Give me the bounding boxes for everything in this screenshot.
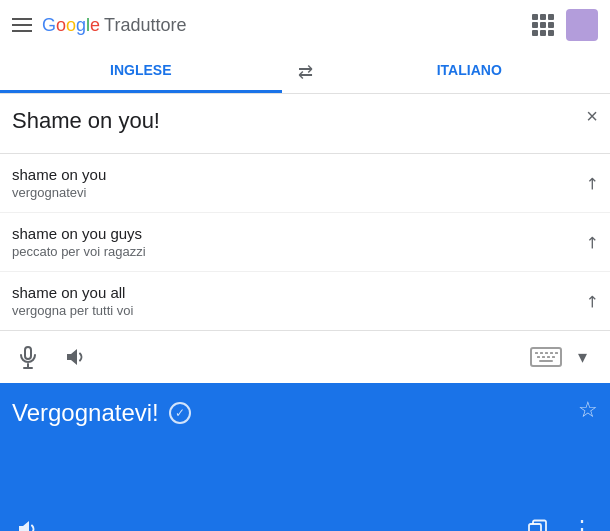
result-area: Vergognatevi! ✓ ☆ bbox=[0, 383, 610, 503]
suggestion-main: shame on you bbox=[12, 166, 106, 183]
app-name: Traduttore bbox=[104, 15, 186, 36]
svg-rect-9 bbox=[555, 352, 558, 354]
keyboard-button[interactable] bbox=[530, 341, 562, 373]
logo-g: G bbox=[42, 15, 56, 36]
result-speaker-button[interactable] bbox=[12, 513, 44, 531]
favorite-button[interactable]: ☆ bbox=[578, 397, 598, 423]
suggestion-sub: peccato per voi ragazzi bbox=[12, 244, 146, 259]
verified-badge: ✓ bbox=[169, 402, 191, 424]
header-right bbox=[532, 9, 598, 41]
header-left: Google Traduttore bbox=[12, 15, 186, 36]
result-text: Vergognatevi! ✓ bbox=[12, 399, 598, 427]
svg-rect-7 bbox=[545, 352, 548, 354]
swap-icon: ⇄ bbox=[298, 61, 313, 83]
more-options-button[interactable]: ⋮ bbox=[566, 513, 598, 531]
microphone-button[interactable] bbox=[12, 341, 44, 373]
suggestion-sub: vergogna per tutti voi bbox=[12, 303, 133, 318]
suggestion-content: shame on you all vergogna per tutti voi bbox=[12, 284, 133, 318]
toolbar-left bbox=[12, 341, 92, 373]
svg-rect-13 bbox=[552, 356, 555, 358]
chevron-down-icon[interactable]: ▾ bbox=[566, 341, 598, 373]
svg-rect-10 bbox=[537, 356, 540, 358]
suggestion-main: shame on you guys bbox=[12, 225, 146, 242]
svg-marker-15 bbox=[19, 521, 29, 531]
logo-g2: g bbox=[76, 15, 86, 36]
svg-rect-5 bbox=[535, 352, 538, 354]
swap-languages-button[interactable]: ⇄ bbox=[282, 61, 329, 83]
svg-rect-12 bbox=[547, 356, 550, 358]
toolbar-right: ▾ bbox=[530, 341, 598, 373]
source-toolbar: ▾ bbox=[0, 331, 610, 383]
copy-button[interactable] bbox=[522, 513, 554, 531]
input-text[interactable]: Shame on you! bbox=[12, 106, 570, 137]
google-logo: Google Traduttore bbox=[42, 15, 186, 36]
apps-icon[interactable] bbox=[532, 14, 554, 36]
svg-rect-14 bbox=[539, 360, 553, 362]
svg-rect-16 bbox=[529, 524, 541, 531]
speaker-button[interactable] bbox=[60, 341, 92, 373]
svg-rect-11 bbox=[542, 356, 545, 358]
language-bar: INGLESE ⇄ ITALIANO bbox=[0, 50, 610, 94]
target-language-button[interactable]: ITALIANO bbox=[329, 50, 611, 93]
suggestion-item[interactable]: shame on you guys peccato per voi ragazz… bbox=[0, 213, 610, 272]
result-toolbar: ⋮ bbox=[0, 503, 610, 531]
svg-rect-6 bbox=[540, 352, 543, 354]
svg-rect-8 bbox=[550, 352, 553, 354]
result-toolbar-right: ⋮ bbox=[522, 513, 598, 531]
logo-o1: o bbox=[56, 15, 66, 36]
hamburger-icon[interactable] bbox=[12, 18, 32, 32]
suggestion-sub: vergognatevi bbox=[12, 185, 106, 200]
svg-marker-3 bbox=[67, 349, 77, 365]
suggestion-arrow-icon: ↗ bbox=[580, 290, 603, 313]
source-language-button[interactable]: INGLESE bbox=[0, 50, 282, 93]
logo-o2: o bbox=[66, 15, 76, 36]
suggestion-item[interactable]: shame on you vergognatevi ↗ bbox=[0, 154, 610, 213]
clear-button[interactable]: × bbox=[586, 106, 598, 126]
input-area: Shame on you! × bbox=[0, 94, 610, 154]
translation-text: Vergognatevi! bbox=[12, 399, 159, 427]
suggestion-content: shame on you guys peccato per voi ragazz… bbox=[12, 225, 146, 259]
svg-rect-4 bbox=[531, 348, 561, 366]
suggestions-list: shame on you vergognatevi ↗ shame on you… bbox=[0, 154, 610, 331]
suggestion-content: shame on you vergognatevi bbox=[12, 166, 106, 200]
svg-rect-0 bbox=[25, 347, 31, 359]
suggestion-item[interactable]: shame on you all vergogna per tutti voi … bbox=[0, 272, 610, 330]
header: Google Traduttore bbox=[0, 0, 610, 50]
suggestion-main: shame on you all bbox=[12, 284, 133, 301]
result-toolbar-left bbox=[12, 513, 44, 531]
logo-e: e bbox=[90, 15, 100, 36]
avatar[interactable] bbox=[566, 9, 598, 41]
check-icon: ✓ bbox=[175, 406, 185, 420]
suggestion-arrow-icon: ↗ bbox=[580, 172, 603, 195]
suggestion-arrow-icon: ↗ bbox=[580, 231, 603, 254]
